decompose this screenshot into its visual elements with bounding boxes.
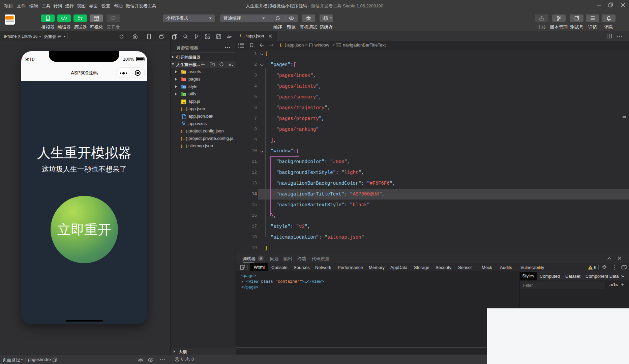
svg-text:JS: JS [183, 101, 186, 104]
svg-text:<>: <> [184, 79, 186, 81]
svg-text:abc: abc [337, 44, 340, 47]
